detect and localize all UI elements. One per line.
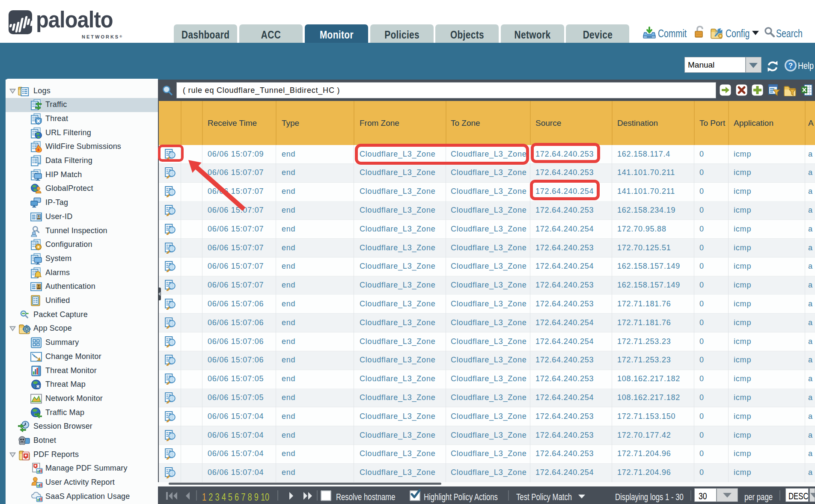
svg-text:?: ? — [788, 62, 793, 70]
